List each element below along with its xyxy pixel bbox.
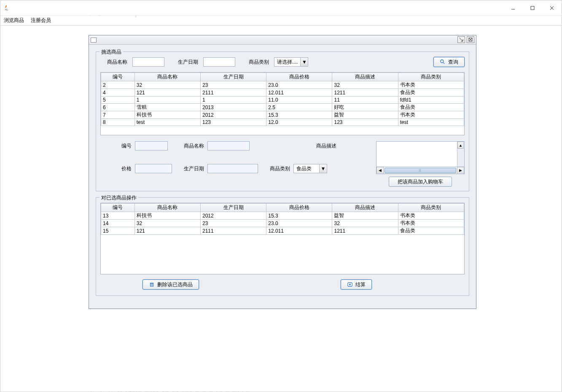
table-cell: 12.011 xyxy=(266,227,332,235)
table-row[interactable]: 7科技书201215.3益智书本类 xyxy=(101,111,464,119)
table-row[interactable]: 51111.011fdfd1 xyxy=(101,97,464,104)
table-row[interactable]: 13科技书201215.3益智书本类 xyxy=(101,212,464,220)
menubar: 浏览商品 注册会员 xyxy=(0,16,562,26)
table-cell: 15 xyxy=(101,227,135,235)
maximize-button[interactable] xyxy=(523,0,542,16)
workspace: 挑选商品 商品名称 生产日期 商品类别 请选择.... ▼ xyxy=(0,26,562,392)
document-icon xyxy=(91,38,97,43)
svg-point-7 xyxy=(441,60,444,63)
svg-line-8 xyxy=(443,62,445,64)
detail-description-textarea[interactable]: ▲ ◀ ▶ xyxy=(376,141,465,174)
table-cell: 32 xyxy=(134,220,200,227)
close-button[interactable] xyxy=(542,0,562,16)
delete-selected-button[interactable]: 删除该已选商品 xyxy=(143,279,199,290)
table-cell: 15.3 xyxy=(266,111,332,119)
scroll-left-icon[interactable]: ◀ xyxy=(376,167,384,174)
table-header[interactable]: 编号 xyxy=(101,73,135,81)
table-cell: 123 xyxy=(332,119,398,126)
detail-category-combo[interactable]: 食品类 ▼ xyxy=(293,164,327,173)
checkout-button[interactable]: 结算 xyxy=(341,279,372,290)
product-name-label: 商品名称 xyxy=(107,59,127,66)
products-table[interactable]: 编号商品名称生产日期商品价格商品描述商品类别 2322323.032书本类412… xyxy=(100,72,465,135)
application-window: 浏览商品 注册会员 挑选商品 商品名称 生产日期 xyxy=(0,0,562,392)
table-header[interactable]: 商品名称 xyxy=(134,73,200,81)
table-cell: 13 xyxy=(101,212,135,220)
table-cell: 1211 xyxy=(332,89,398,97)
table-header[interactable]: 商品名称 xyxy=(134,204,200,212)
table-cell: 书本类 xyxy=(398,111,464,119)
product-category-combo[interactable]: 请选择.... ▼ xyxy=(274,57,308,67)
detail-date-input[interactable] xyxy=(207,164,258,173)
table-cell: 32 xyxy=(332,81,398,89)
menu-register-member[interactable]: 注册会员 xyxy=(31,17,51,24)
table-row[interactable]: 15121211112.0111211食品类 xyxy=(101,227,464,235)
table-cell: 6 xyxy=(101,104,135,111)
table-header[interactable]: 商品类别 xyxy=(398,204,464,212)
scrollbar-thumb[interactable] xyxy=(385,168,456,173)
detail-category-label: 商品类别 xyxy=(270,165,290,172)
internal-close-button[interactable] xyxy=(467,36,474,43)
scroll-up-icon[interactable]: ▲ xyxy=(457,142,464,149)
table-cell: 2.5 xyxy=(266,104,332,111)
table-header[interactable]: 商品类别 xyxy=(398,73,464,81)
java-icon xyxy=(4,5,11,11)
table-header[interactable]: 生产日期 xyxy=(200,204,266,212)
table-cell: 好吃 xyxy=(332,104,398,111)
titlebar xyxy=(0,0,562,16)
detail-price-input[interactable] xyxy=(135,164,172,173)
table-cell: 23 xyxy=(200,220,266,227)
minimize-button[interactable] xyxy=(503,0,523,16)
table-cell: 5 xyxy=(101,97,135,104)
scroll-right-icon[interactable]: ▶ xyxy=(457,167,464,174)
table-cell: 1 xyxy=(200,97,266,104)
production-date-label: 生产日期 xyxy=(178,59,198,66)
table-cell: 食品类 xyxy=(398,227,464,235)
table-cell: 1211 xyxy=(332,227,398,235)
internal-titlebar[interactable] xyxy=(89,35,476,45)
table-cell: 15.3 xyxy=(266,212,332,220)
table-cell: 2111 xyxy=(200,227,266,235)
selected-products-table[interactable]: 编号商品名称生产日期商品价格商品描述商品类别 13科技书201215.3益智书本… xyxy=(100,203,465,274)
table-header[interactable]: 商品描述 xyxy=(332,73,398,81)
add-to-cart-label: 把该商品加入购物车 xyxy=(398,178,443,185)
table-cell: 书本类 xyxy=(398,212,464,220)
selected-products-legend: 对已选商品操作 xyxy=(99,194,138,201)
detail-id-input[interactable] xyxy=(135,141,168,150)
product-name-input[interactable] xyxy=(132,57,164,67)
table-cell: 2111 xyxy=(200,89,266,97)
table-row[interactable]: 14322323.032书本类 xyxy=(101,220,464,227)
menu-browse-products[interactable]: 浏览商品 xyxy=(4,17,24,24)
detail-id-label: 编号 xyxy=(121,142,132,150)
trash-icon xyxy=(149,282,155,287)
add-to-cart-button[interactable]: 把该商品加入购物车 xyxy=(389,177,452,187)
search-button-label: 查询 xyxy=(448,59,458,66)
table-cell: 11 xyxy=(332,97,398,104)
table-header[interactable]: 商品价格 xyxy=(266,204,332,212)
table-header[interactable]: 商品描述 xyxy=(332,204,398,212)
table-row[interactable]: 8test12312.0123test xyxy=(101,119,464,126)
select-products-panel: 挑选商品 商品名称 生产日期 商品类别 请选择.... ▼ xyxy=(96,51,469,191)
table-cell: 2012 xyxy=(200,212,266,220)
table-cell: 12.0 xyxy=(266,119,332,126)
table-cell: 益智 xyxy=(332,212,398,220)
search-button[interactable]: 查询 xyxy=(433,57,465,67)
chevron-down-icon: ▼ xyxy=(300,58,308,66)
table-cell: 科技书 xyxy=(134,111,200,119)
table-cell: 2013 xyxy=(200,104,266,111)
internal-minimize-button[interactable] xyxy=(457,36,465,43)
table-header[interactable]: 生产日期 xyxy=(200,73,266,81)
detail-desc-label: 商品描述 xyxy=(316,142,336,150)
table-header[interactable]: 编号 xyxy=(101,204,135,212)
horizontal-scrollbar[interactable]: ◀ ▶ xyxy=(376,166,464,174)
table-row[interactable]: 4121211112.0111211食品类 xyxy=(101,89,464,97)
table-cell: test xyxy=(134,119,200,126)
vertical-scrollbar[interactable]: ▲ xyxy=(457,142,464,166)
table-header[interactable]: 商品价格 xyxy=(266,73,332,81)
table-row[interactable]: 2322323.032书本类 xyxy=(101,81,464,89)
detail-name-input[interactable] xyxy=(207,141,250,150)
chevron-down-icon: ▼ xyxy=(319,164,327,173)
detail-date-label: 生产日期 xyxy=(184,165,204,172)
table-row[interactable]: 6雪糕20132.5好吃食品类 xyxy=(101,104,464,111)
table-cell: 12.011 xyxy=(266,89,332,97)
production-date-input[interactable] xyxy=(203,57,235,67)
